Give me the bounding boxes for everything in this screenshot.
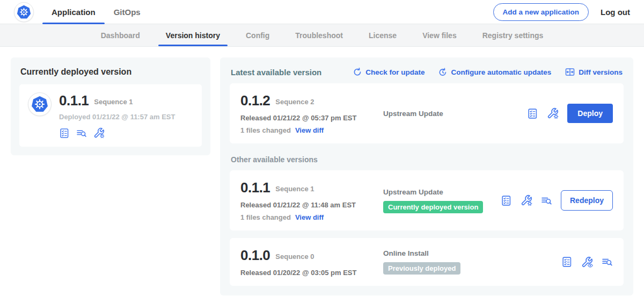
deployed-version-card: 0.1.1 Sequence 1 Deployed 01/21/22 @ 11:… [19, 84, 202, 147]
tab-version-history[interactable]: Version history [153, 24, 233, 46]
sequence-label: Sequence 2 [275, 98, 314, 106]
main-content: Currently deployed version 0.1.1 Sequenc… [0, 47, 644, 303]
check-for-update-link[interactable]: Check for update [353, 68, 425, 76]
wrench-eye-icon[interactable] [581, 256, 593, 268]
wrench-gear-icon[interactable] [547, 107, 559, 119]
checklist-icon[interactable] [527, 108, 538, 119]
tab-application[interactable]: Application [42, 0, 105, 24]
version-number: 0.1.1 [240, 179, 270, 196]
tab-dashboard[interactable]: Dashboard [88, 24, 153, 46]
available-versions-panel: Latest available version Check for updat… [220, 57, 633, 295]
sequence-label: Sequence 1 [275, 185, 314, 193]
tab-troubleshoot[interactable]: Troubleshoot [282, 24, 356, 46]
files-changed-label: 1 files changed [240, 213, 291, 221]
currently-deployed-badge: Currently deployed version [383, 201, 483, 213]
version-card-0-1-2: 0.1.2 Sequence 2 Released 01/21/22 @ 05:… [230, 83, 624, 143]
deployed-version-number: 0.1.1 [59, 92, 89, 109]
latest-available-title: Latest available version [231, 68, 321, 77]
released-timestamp: Released 01/20/22 @ 03:05 pm EST [240, 269, 376, 277]
view-diff-link[interactable]: View diff [295, 213, 324, 221]
log-search-icon[interactable] [76, 128, 87, 139]
deployed-sequence-label: Sequence 1 [94, 98, 133, 106]
wrench-gear-icon[interactable] [521, 194, 532, 206]
redeploy-button[interactable]: Redeploy [561, 190, 613, 211]
view-diff-link[interactable]: View diff [295, 126, 324, 134]
kubernetes-logo [14, 2, 34, 22]
log-search-icon[interactable] [541, 195, 552, 206]
version-card-0-1-0: 0.1.0 Sequence 0 Released 01/20/22 @ 03:… [230, 238, 624, 286]
app-sub-nav: Dashboard Version history Config Trouble… [0, 24, 644, 47]
files-changed-label: 1 files changed [240, 126, 291, 134]
version-number: 0.1.0 [240, 247, 270, 264]
deployed-panel-title: Currently deployed version [20, 67, 202, 77]
version-card-0-1-1: 0.1.1 Sequence 1 Released 01/21/22 @ 11:… [230, 170, 624, 230]
add-application-button[interactable]: Add a new application [493, 3, 589, 21]
version-number: 0.1.2 [240, 92, 270, 109]
checklist-icon[interactable] [561, 256, 573, 268]
version-source-label: Upstream Update [383, 188, 501, 196]
auto-update-icon [438, 68, 447, 76]
top-nav-tabs: Application GitOps [42, 0, 150, 24]
released-timestamp: Released 01/21/22 @ 11:48 am EST [240, 201, 376, 209]
refresh-icon [353, 68, 362, 76]
log-search-icon[interactable] [602, 256, 613, 268]
top-nav: Application GitOps Add a new application… [0, 0, 644, 24]
checklist-icon[interactable] [59, 128, 70, 139]
configure-auto-updates-link[interactable]: Configure automatic updates [438, 68, 551, 76]
checklist-icon[interactable] [501, 195, 512, 206]
previously-deployed-badge: Previously deployed [383, 262, 460, 275]
logout-button[interactable]: Log out [601, 8, 630, 17]
tab-gitops[interactable]: GitOps [105, 0, 150, 24]
tab-registry-settings[interactable]: Registry settings [470, 24, 557, 46]
version-source-label: Online Install [383, 249, 561, 257]
version-source-label: Upstream Update [383, 110, 527, 118]
diff-icon [565, 67, 575, 77]
currently-deployed-panel: Currently deployed version 0.1.1 Sequenc… [11, 57, 210, 155]
tab-license[interactable]: License [356, 24, 409, 46]
wrench-gear-icon[interactable] [93, 127, 105, 139]
diff-versions-link[interactable]: Diff versions [565, 67, 623, 77]
deploy-button[interactable]: Deploy [567, 104, 613, 123]
released-timestamp: Released 01/21/22 @ 05:37 pm EST [240, 114, 376, 122]
tab-config[interactable]: Config [233, 24, 282, 46]
other-versions-title: Other available versions [231, 155, 623, 164]
deployed-timestamp: Deployed 01/21/22 @ 11:57 am EST [59, 113, 175, 121]
tab-view-files[interactable]: View files [409, 24, 470, 46]
sequence-label: Sequence 0 [275, 252, 314, 261]
app-logo [28, 92, 52, 116]
